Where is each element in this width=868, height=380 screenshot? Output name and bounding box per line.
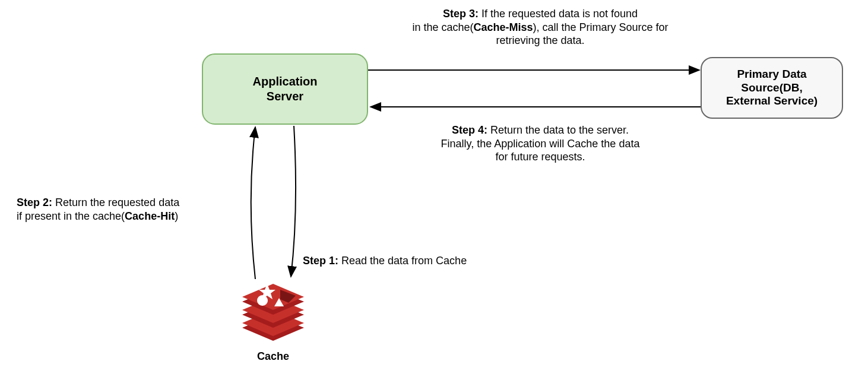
- step3-t2a: in the cache(: [412, 21, 473, 33]
- arrow-step2: [251, 127, 256, 279]
- step4-t3: for future requests.: [495, 151, 585, 163]
- step3-t3: retrieving the data.: [496, 34, 584, 46]
- step-2-text: Step 2: Return the requested data if pre…: [17, 196, 224, 223]
- arrow-step1: [291, 126, 296, 277]
- step-3-text: Step 3: If the requested data is not fou…: [380, 7, 701, 48]
- redis-icon: [237, 273, 309, 344]
- step2-t2b: Cache-Hit: [125, 210, 175, 222]
- cache-node: Cache: [237, 273, 309, 371]
- step2-t1: Return the requested data: [52, 197, 179, 208]
- step3-bold: Step 3:: [443, 8, 479, 20]
- primary-data-source-label: Primary DataSource(DB,External Service): [726, 68, 818, 108]
- step3-t1: If the requested data is not found: [479, 8, 638, 20]
- step4-t2: Finally, the Application will Cache the …: [441, 138, 640, 150]
- step3-t2b: Cache-Miss: [473, 21, 533, 33]
- step2-bold: Step 2:: [17, 197, 52, 208]
- svg-point-6: [257, 295, 268, 306]
- step3-t2c: ), call the Primary Source for: [533, 21, 669, 33]
- application-server-node: ApplicationServer: [202, 53, 368, 125]
- step2-t2c: ): [175, 210, 178, 222]
- step-1-text: Step 1: Read the data from Cache: [303, 254, 493, 268]
- step1-t: Read the data from Cache: [338, 255, 467, 267]
- step-4-text: Step 4: Return the data to the server. F…: [380, 124, 701, 164]
- primary-data-source-node: Primary DataSource(DB,External Service): [701, 57, 843, 119]
- step4-t1: Return the data to the server.: [487, 124, 629, 136]
- step1-bold: Step 1:: [303, 255, 338, 267]
- step4-bold: Step 4:: [452, 124, 487, 136]
- step2-t2a: if present in the cache(: [17, 210, 125, 222]
- application-server-label: ApplicationServer: [253, 74, 318, 104]
- cache-label: Cache: [237, 350, 309, 363]
